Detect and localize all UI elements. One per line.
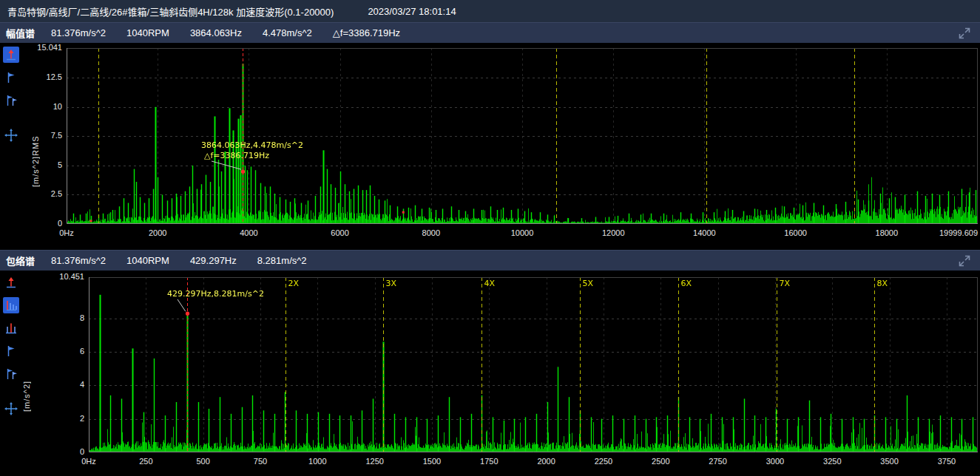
measurement-point-breadcrumb: 青岛特钢/高线厂/二高线/26#锥箱/三轴斜齿侧4H/128k 加速度波形(0.… bbox=[7, 4, 334, 18]
readout-value: 3864.063Hz bbox=[190, 27, 242, 38]
y-tick-label: 7.5 bbox=[15, 131, 62, 140]
y-tick-label: 5 bbox=[15, 160, 62, 169]
x-tick-label: 12000 bbox=[602, 228, 625, 237]
envelope-spectrum-readouts: 81.376m/s^21040RPM429.297Hz8.281m/s^2 bbox=[51, 255, 328, 266]
x-tick-label: 16000 bbox=[784, 228, 807, 237]
x-tick-label: 4000 bbox=[240, 228, 257, 237]
x-tick-label: 1000 bbox=[308, 457, 326, 466]
readout-value: 4.478m/s^2 bbox=[263, 27, 312, 38]
readout-value: 1040RPM bbox=[126, 27, 169, 38]
y-tick-label: 0 bbox=[37, 447, 84, 456]
x-tick-label: 19999.609 bbox=[939, 228, 978, 237]
y-axis-label: [m/s^2] bbox=[22, 341, 31, 452]
harmonic-cursor-icon[interactable] bbox=[3, 297, 19, 313]
x-tick-label: 2750 bbox=[709, 457, 726, 466]
envelope-chart-toolbar bbox=[3, 274, 19, 417]
y-tick-label: 6 bbox=[37, 347, 84, 356]
envelope-spectrum-panel: [m/s^2] 0Hz25050075010001250150017502000… bbox=[0, 271, 980, 476]
readout-value: 1040RPM bbox=[126, 255, 169, 266]
x-tick-label: 1750 bbox=[480, 457, 498, 466]
flag-icon[interactable] bbox=[3, 343, 19, 359]
x-tick-label: 8000 bbox=[422, 228, 440, 237]
x-tick-label: 500 bbox=[196, 457, 209, 466]
vibration-analyzer-window: 青岛特钢/高线厂/二高线/26#锥箱/三轴斜齿侧4H/128k 加速度波形(0.… bbox=[0, 0, 980, 476]
expand-icon[interactable] bbox=[958, 27, 971, 40]
y-tick-label: 2 bbox=[37, 414, 84, 423]
envelope-spectrum-header: 包络谱 81.376m/s^21040RPM429.297Hz8.281m/s^… bbox=[0, 250, 980, 271]
amplitude-chart-toolbar bbox=[3, 47, 19, 143]
single-cursor-icon[interactable] bbox=[3, 274, 19, 290]
x-tick-label: 1500 bbox=[423, 457, 441, 466]
x-tick-label: 3750 bbox=[938, 457, 956, 466]
envelope-spectrum-canvas[interactable] bbox=[89, 277, 978, 452]
move-icon[interactable] bbox=[3, 401, 19, 417]
x-tick-label: 1250 bbox=[365, 457, 383, 466]
amplitude-spectrum-readouts: 81.376m/s^21040RPM3864.063Hz4.478m/s^2△f… bbox=[51, 27, 421, 38]
double-flag-icon[interactable] bbox=[3, 92, 19, 109]
x-tick-label: 3000 bbox=[766, 457, 784, 466]
x-tick-label: 18000 bbox=[876, 228, 899, 237]
x-tick-label: 0Hz bbox=[59, 228, 74, 237]
readout-value: 81.376m/s^2 bbox=[51, 255, 106, 266]
y-tick-label: 8 bbox=[37, 313, 84, 322]
move-icon[interactable] bbox=[3, 127, 19, 143]
x-tick-label: 3500 bbox=[880, 457, 898, 466]
x-tick-label: 750 bbox=[254, 457, 267, 466]
sideband-cursor-icon[interactable] bbox=[3, 320, 19, 336]
amplitude-spectrum-panel: [m/s^2]RMS 0Hz20004000600080001000012000… bbox=[0, 43, 980, 250]
y-tick-label: 10.451 bbox=[37, 272, 84, 281]
title-bar: 青岛特钢/高线厂/二高线/26#锥箱/三轴斜齿侧4H/128k 加速度波形(0.… bbox=[0, 0, 980, 22]
x-tick-label: 14000 bbox=[693, 228, 716, 237]
readout-value: 81.376m/s^2 bbox=[51, 27, 106, 38]
panel-title-envelope-spectrum: 包络谱 bbox=[6, 254, 35, 268]
x-tick-label: 250 bbox=[139, 457, 152, 466]
single-cursor-icon[interactable] bbox=[3, 47, 19, 63]
x-tick-label: 6000 bbox=[331, 228, 348, 237]
y-tick-label: 2.5 bbox=[15, 189, 62, 198]
amplitude-spectrum-canvas[interactable] bbox=[67, 48, 978, 224]
x-tick-label: 2250 bbox=[595, 457, 612, 466]
y-tick-label: 10 bbox=[15, 102, 62, 111]
y-tick-label: 15.041 bbox=[15, 43, 62, 52]
expand-icon[interactable] bbox=[958, 254, 971, 268]
x-tick-label: 0Hz bbox=[81, 457, 96, 466]
readout-value: 429.297Hz bbox=[190, 255, 237, 266]
x-tick-label: 3250 bbox=[823, 457, 841, 466]
amplitude-spectrum-header: 幅值谱 81.376m/s^21040RPM3864.063Hz4.478m/s… bbox=[0, 22, 980, 43]
flag-icon[interactable] bbox=[3, 69, 19, 86]
x-tick-label: 2000 bbox=[537, 457, 555, 466]
readout-value: 8.281m/s^2 bbox=[257, 255, 307, 266]
panel-title-amplitude-spectrum: 幅值谱 bbox=[6, 26, 35, 40]
y-tick-label: 12.5 bbox=[15, 72, 62, 81]
readout-value: △f=3386.719Hz bbox=[333, 27, 400, 38]
x-tick-label: 10000 bbox=[511, 228, 534, 237]
x-tick-label: 2000 bbox=[149, 228, 166, 237]
y-tick-label: 0 bbox=[15, 219, 62, 228]
double-flag-icon[interactable] bbox=[3, 366, 19, 382]
y-tick-label: 4 bbox=[37, 380, 84, 389]
x-tick-label: 2500 bbox=[652, 457, 669, 466]
measurement-datetime: 2023/03/27 18:01:14 bbox=[368, 6, 456, 17]
